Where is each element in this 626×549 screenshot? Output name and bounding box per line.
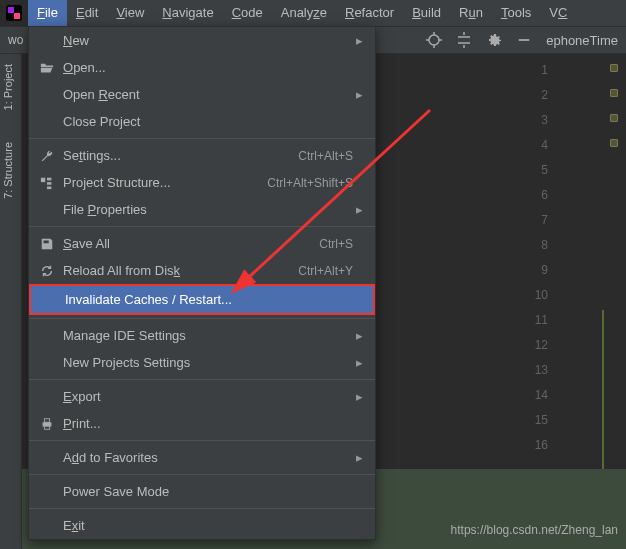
reload-icon — [37, 264, 57, 278]
line-number: 4 — [516, 133, 556, 158]
menu-item[interactable]: Project Structure...Ctrl+Alt+Shift+S — [29, 169, 375, 196]
menubar-item[interactable]: Tools — [492, 0, 540, 26]
menu-item[interactable]: New▸ — [29, 27, 375, 54]
menu-item[interactable]: Save AllCtrl+S — [29, 230, 375, 257]
menu-item-label: Open Recent — [63, 87, 353, 102]
sidebar-tab-label: 7: Structure — [2, 142, 14, 199]
menu-item[interactable]: Print... — [29, 410, 375, 437]
submenu-arrow-icon: ▸ — [353, 202, 363, 217]
line-number: 14 — [516, 383, 556, 408]
svg-point-3 — [429, 35, 439, 45]
line-number: 3 — [516, 108, 556, 133]
menu-item-label: Print... — [63, 416, 353, 431]
menu-separator — [29, 508, 375, 509]
struct-icon — [37, 176, 57, 190]
left-toolstrip: 1: Project 7: Structure — [0, 54, 22, 549]
submenu-arrow-icon: ▸ — [353, 33, 363, 48]
warning-marker[interactable] — [610, 89, 618, 97]
menu-item-label: Exit — [63, 518, 353, 533]
menu-item-label: Open... — [63, 60, 353, 75]
menu-item[interactable]: Export▸ — [29, 383, 375, 410]
menu-item-label: Reload All from Disk — [63, 263, 298, 278]
menu-item[interactable]: Open... — [29, 54, 375, 81]
menu-separator — [29, 138, 375, 139]
menu-item-label: Export — [63, 389, 353, 404]
menu-shortcut: Ctrl+Alt+Y — [298, 264, 353, 278]
svg-rect-1 — [8, 7, 14, 13]
line-number: 8 — [516, 233, 556, 258]
menubar-item[interactable]: Run — [450, 0, 492, 26]
line-number: 16 — [516, 433, 556, 458]
menubar-item[interactable]: Navigate — [153, 0, 222, 26]
line-number: 12 — [516, 333, 556, 358]
menu-separator — [29, 474, 375, 475]
menu-item[interactable]: Open Recent▸ — [29, 81, 375, 108]
gear-icon[interactable] — [486, 32, 502, 48]
menu-item-label: Save All — [63, 236, 319, 251]
menu-item[interactable]: Power Save Mode — [29, 478, 375, 505]
minus-icon[interactable] — [516, 32, 532, 48]
menu-separator — [29, 226, 375, 227]
menubar-item[interactable]: VC — [540, 0, 576, 26]
menu-item[interactable]: Settings...Ctrl+Alt+S — [29, 142, 375, 169]
menubar: FileEditViewNavigateCodeAnalyzeRefactorB… — [0, 0, 626, 26]
save-icon — [37, 237, 57, 251]
submenu-arrow-icon: ▸ — [353, 389, 363, 404]
menubar-item[interactable]: Code — [223, 0, 272, 26]
submenu-arrow-icon: ▸ — [353, 355, 363, 370]
menu-shortcut: Ctrl+Alt+S — [298, 149, 353, 163]
watermark: https://blog.csdn.net/Zheng_lan — [451, 523, 618, 537]
menu-item-label: Settings... — [63, 148, 298, 163]
warning-marker[interactable] — [610, 114, 618, 122]
sidebar-tab-project[interactable]: 1: Project — [0, 58, 16, 116]
menu-item[interactable]: Exit — [29, 512, 375, 539]
line-number: 5 — [516, 158, 556, 183]
menu-item-label: Close Project — [63, 114, 353, 129]
menubar-item[interactable]: File — [28, 0, 67, 26]
menu-item[interactable]: New Projects Settings▸ — [29, 349, 375, 376]
submenu-arrow-icon: ▸ — [353, 328, 363, 343]
menubar-item[interactable]: View — [107, 0, 153, 26]
menubar-item[interactable]: Refactor — [336, 0, 403, 26]
line-number: 2 — [516, 83, 556, 108]
line-number: 10 — [516, 283, 556, 308]
menu-item-label: File Properties — [63, 202, 353, 217]
line-number: 7 — [516, 208, 556, 233]
svg-rect-15 — [47, 182, 51, 185]
menu-item[interactable]: Reload All from DiskCtrl+Alt+Y — [29, 257, 375, 284]
warning-marker[interactable] — [610, 64, 618, 72]
file-menu-dropdown: New▸Open...Open Recent▸Close ProjectSett… — [28, 26, 376, 540]
line-gutter: 12345678910111213141516 — [516, 54, 556, 458]
menu-shortcut: Ctrl+S — [319, 237, 353, 251]
equals-icon[interactable] — [456, 32, 472, 48]
menubar-item[interactable]: Edit — [67, 0, 107, 26]
breadcrumb: wo — [0, 33, 23, 47]
menu-item[interactable]: Manage IDE Settings▸ — [29, 322, 375, 349]
menu-item[interactable]: Invalidate Caches / Restart... — [29, 284, 375, 315]
menubar-item[interactable]: Build — [403, 0, 450, 26]
menu-item-label: Add to Favorites — [63, 450, 353, 465]
line-number: 15 — [516, 408, 556, 433]
warning-marker[interactable] — [610, 139, 618, 147]
menu-item[interactable]: Close Project — [29, 108, 375, 135]
menu-item-label: Project Structure... — [63, 175, 267, 190]
menu-item[interactable]: Add to Favorites▸ — [29, 444, 375, 471]
sidebar-tab-label: 1: Project — [2, 64, 14, 110]
sidebar-tab-structure[interactable]: 7: Structure — [0, 136, 16, 205]
menu-item-label: Power Save Mode — [63, 484, 353, 499]
editor-tab[interactable]: ephoneTime — [546, 33, 618, 48]
target-icon[interactable] — [426, 32, 442, 48]
menu-item-label: New — [63, 33, 353, 48]
menu-item[interactable]: File Properties▸ — [29, 196, 375, 223]
menubar-item[interactable]: Analyze — [272, 0, 336, 26]
print-icon — [37, 417, 57, 431]
menu-item-label: New Projects Settings — [63, 355, 353, 370]
svg-rect-13 — [41, 177, 45, 181]
wrench-icon — [37, 149, 57, 163]
menu-separator — [29, 440, 375, 441]
open-icon — [37, 61, 57, 75]
line-number: 1 — [516, 58, 556, 83]
svg-rect-2 — [14, 13, 20, 19]
line-number: 11 — [516, 308, 556, 333]
menu-shortcut: Ctrl+Alt+Shift+S — [267, 176, 353, 190]
